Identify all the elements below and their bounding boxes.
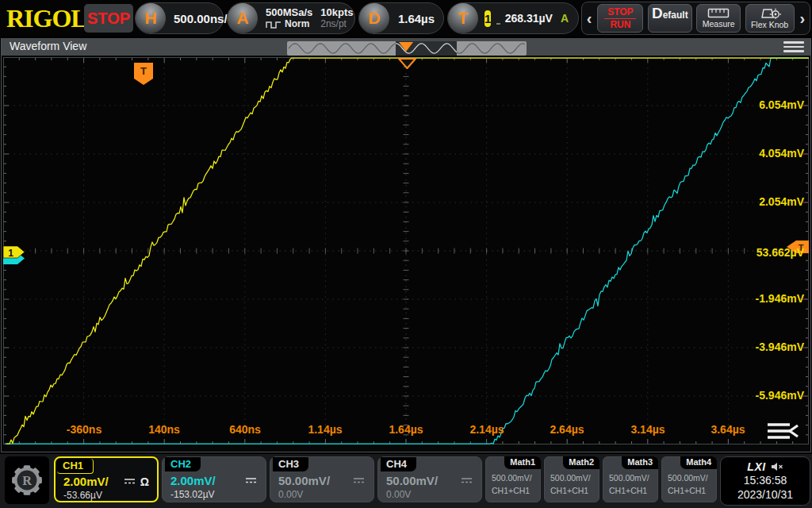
memory-depth: 10kpts xyxy=(320,6,353,18)
h-knob-button[interactable]: H xyxy=(136,3,166,33)
x-axis-label: -360ns xyxy=(48,423,120,436)
dc-coupling-icon xyxy=(244,477,258,484)
x-axis-label: 640ns xyxy=(209,423,281,436)
math3-scale: 500.00mV/ xyxy=(609,473,649,483)
a-knob-button[interactable]: A xyxy=(228,3,258,33)
toolbar-scroll-right-button[interactable]: › xyxy=(799,10,806,28)
svg-text:R: R xyxy=(22,473,32,488)
horizontal-scale-control[interactable]: H 500.00ns/ xyxy=(135,2,224,34)
dc-coupling-icon xyxy=(460,477,473,484)
ch4-tab: CH4 xyxy=(381,457,416,471)
measure-button[interactable]: Measure xyxy=(696,4,741,33)
ruler-icon xyxy=(707,8,730,18)
math4-scale: 500.00mV/ xyxy=(668,473,708,483)
ch1-tab: CH1 xyxy=(57,459,94,474)
x-axis-label: 3.64µs xyxy=(692,423,764,436)
rigol-gear-button[interactable]: R xyxy=(5,456,49,504)
math3-expression: CH1+CH1 xyxy=(609,486,647,495)
lxi-logo: LXI xyxy=(747,460,765,473)
y-axis-label: 4.054mV xyxy=(717,147,804,160)
math3-tab: Math3 xyxy=(622,456,658,469)
dc-coupling-icon xyxy=(123,478,136,485)
ch1-level-marker-label: 1 xyxy=(8,248,13,259)
horizontal-scale-value: 500.00ns/ xyxy=(166,12,236,25)
system-date: 2023/10/31 xyxy=(737,488,793,502)
toolbar-scroll-left-button[interactable]: ‹ xyxy=(585,10,593,28)
trigger-control[interactable]: T 1 268.31µV A xyxy=(447,2,579,34)
trigger-level-value: 268.31µV xyxy=(505,12,553,25)
acquire-control[interactable]: A 500MSa/s Norm 10kpts 2ns/pt xyxy=(227,2,355,34)
window-menu-icon[interactable] xyxy=(783,41,804,52)
ch4-offset: 0.00V xyxy=(386,489,411,500)
math-box-math1[interactable]: Math1 500.00mV/ CH1+CH1 xyxy=(485,456,541,502)
channel-box-ch2[interactable]: CH2 2.00mV/ -153.02µV xyxy=(162,456,266,502)
y-axis-label: 53.662µV xyxy=(717,246,804,259)
acquire-rate-mode: 500MSa/s Norm xyxy=(266,6,312,30)
trigger-sweep-mode: A xyxy=(561,12,569,25)
ch1-impedance: Ω xyxy=(140,475,149,488)
x-axis-label: 1.14µs xyxy=(289,423,361,436)
math-box-math2[interactable]: Math2 500.00mV/ CH1+CH1 xyxy=(544,456,599,502)
t-knob-button[interactable]: T xyxy=(448,3,478,33)
x-axis-label: 1.64µs xyxy=(370,423,442,436)
math4-tab: Math4 xyxy=(680,456,717,469)
trigger-source-badge: 1 xyxy=(485,10,491,27)
ch1-offset: -53.66µV xyxy=(63,490,102,501)
ch2-offset: -153.02µV xyxy=(170,489,215,500)
channel-status-bar: R CH1 2.00mV/ Ω -53.66µV CH2 2.00mV/ xyxy=(0,454,812,508)
stop-run-button[interactable]: STOP RUN xyxy=(597,4,643,33)
ch3-tab: CH3 xyxy=(273,457,308,471)
math1-expression: CH1+CH1 xyxy=(492,486,530,495)
math2-expression: CH1+CH1 xyxy=(550,486,588,495)
y-axis-label: -1.946mV xyxy=(717,292,804,305)
math2-scale: 500.00mV/ xyxy=(550,473,591,483)
x-axis-label: 3.14µs xyxy=(612,423,684,436)
graticule-menu-icon[interactable] xyxy=(764,421,801,446)
waveform-view-title: Waveform View xyxy=(10,40,86,52)
knob-icon xyxy=(759,7,781,19)
default-rest: efault xyxy=(663,10,688,21)
y-axis-label: -5.946mV xyxy=(717,389,804,402)
quick-toolbar: ‹ STOP RUN D efault Measure Flex Knob xyxy=(581,2,810,35)
channel-box-ch3[interactable]: CH3 50.00mV/ 0.00V xyxy=(270,456,374,502)
rising-edge-icon xyxy=(494,10,500,27)
y-axis-label: 6.054mV xyxy=(717,98,804,111)
math1-scale: 500.00mV/ xyxy=(492,473,532,483)
math1-tab: Math1 xyxy=(504,456,541,469)
x-axis-label: 2.14µs xyxy=(451,423,523,436)
trigger-position-flag-label: T xyxy=(140,65,147,77)
d-knob-button[interactable]: D xyxy=(359,3,389,33)
stop-label: STOP xyxy=(607,7,633,17)
flex-knob-button[interactable]: Flex Knob xyxy=(745,4,795,33)
acquisition-status-badge: STOP xyxy=(84,4,133,33)
ch3-offset: 0.00V xyxy=(278,489,303,500)
default-button[interactable]: D efault xyxy=(648,4,692,33)
y-axis-label: -3.946mV xyxy=(717,341,804,353)
x-axis-label: 2.64µs xyxy=(531,423,603,436)
system-time: 15:36:58 xyxy=(744,474,787,487)
ch3-scale: 50.00mV/ xyxy=(278,474,330,487)
acquire-mode: Norm xyxy=(285,18,309,30)
square-wave-icon xyxy=(266,20,282,29)
delay-control[interactable]: D 1.64µs xyxy=(358,2,444,34)
ch4-scale: 50.00mV/ xyxy=(386,474,438,487)
x-axis-label: 140ns xyxy=(128,423,200,436)
scope-graticule: T 1 T xyxy=(2,56,810,445)
measure-label: Measure xyxy=(703,19,735,29)
math4-expression: CH1+CH1 xyxy=(668,486,706,495)
flex-knob-label: Flex Knob xyxy=(751,20,788,29)
channel-box-ch1[interactable]: CH1 2.00mV/ Ω -53.66µV xyxy=(54,456,159,502)
channel-box-ch4[interactable]: CH4 50.00mV/ 0.00V xyxy=(377,456,482,502)
math2-tab: Math2 xyxy=(563,456,599,469)
math-box-math4[interactable]: Math4 500.00mV/ CH1+CH1 xyxy=(661,456,717,502)
acquire-depth-res: 10kpts 2ns/pt xyxy=(320,6,353,30)
math-box-math3[interactable]: Math3 500.00mV/ CH1+CH1 xyxy=(603,456,658,502)
ch2-scale: 2.00mV/ xyxy=(170,474,216,487)
delay-value: 1.64µs xyxy=(390,12,442,25)
system-status-box[interactable]: LXI 15:36:58 2023/10/31 xyxy=(720,456,810,506)
default-initial: D xyxy=(652,5,663,22)
time-resolution: 2ns/pt xyxy=(320,18,353,30)
sample-rate: 500MSa/s xyxy=(266,6,312,18)
timebase-preview-strip[interactable] xyxy=(287,41,527,56)
ch2-tab: CH2 xyxy=(165,457,201,471)
